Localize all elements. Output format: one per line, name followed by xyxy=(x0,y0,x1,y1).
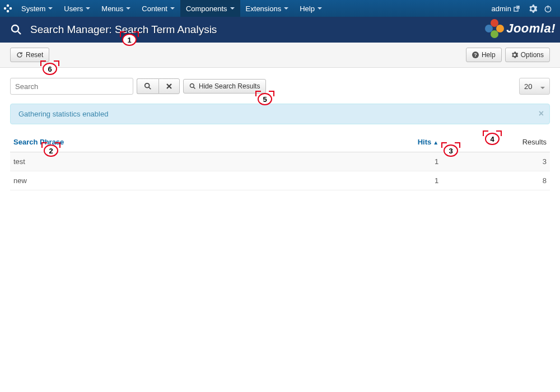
settings-icon[interactable] xyxy=(525,4,540,13)
system-message: Gathering statistics enabled × xyxy=(10,104,550,124)
external-link-icon xyxy=(514,6,520,12)
close-message-button[interactable]: × xyxy=(539,109,544,119)
logout-icon[interactable] xyxy=(540,4,556,13)
options-button[interactable]: Options xyxy=(505,48,550,62)
question-icon: ? xyxy=(472,52,479,58)
cell-phrase: new xyxy=(10,171,345,190)
clear-search-button[interactable] xyxy=(158,78,180,94)
svg-point-3 xyxy=(4,7,6,10)
gear-icon xyxy=(511,52,518,58)
search-button[interactable] xyxy=(137,78,158,94)
menu-content[interactable]: Content xyxy=(136,0,180,17)
admin-label: admin xyxy=(492,4,511,13)
svg-point-2 xyxy=(7,10,9,12)
cell-hits: 1 xyxy=(345,171,442,190)
chevron-down-icon xyxy=(230,7,235,10)
search-terms-table: Search Phrase Hits▲ Results test13new18 xyxy=(10,132,550,190)
chevron-down-icon xyxy=(318,7,322,10)
svg-text:?: ? xyxy=(474,52,477,58)
sort-asc-icon: ▲ xyxy=(433,139,438,146)
joomla-icon[interactable] xyxy=(0,4,16,13)
close-icon xyxy=(166,83,172,90)
table-row: new18 xyxy=(10,171,550,190)
chevron-down-icon xyxy=(284,7,288,10)
hide-results-button[interactable]: Hide Search Results xyxy=(183,79,266,94)
chevron-down-icon xyxy=(126,7,130,10)
cell-hits: 1 xyxy=(345,152,442,171)
svg-point-6 xyxy=(12,25,18,32)
menu-components[interactable]: Components xyxy=(180,0,240,17)
chevron-down-icon xyxy=(540,82,545,91)
svg-point-0 xyxy=(7,4,9,7)
cell-results: 3 xyxy=(442,152,550,171)
menu-users[interactable]: Users xyxy=(58,0,96,17)
search-icon xyxy=(189,83,196,90)
page-title-bar: Search Manager: Search Term Analysis Joo… xyxy=(0,17,560,43)
refresh-icon xyxy=(16,52,23,58)
action-toolbar: Reset ? Help Options xyxy=(0,43,560,68)
svg-point-1 xyxy=(10,7,12,10)
col-header-phrase[interactable]: Search Phrase xyxy=(13,138,64,146)
chevron-down-icon xyxy=(170,7,175,10)
message-text: Gathering statistics enabled xyxy=(18,110,108,118)
reset-button[interactable]: Reset xyxy=(10,48,49,62)
col-header-results: Results xyxy=(522,138,547,146)
joomla-logo: Joomla! xyxy=(485,19,556,38)
top-menu: SystemUsersMenusContentComponentsExtensi… xyxy=(16,0,328,17)
col-header-hits[interactable]: Hits▲ xyxy=(418,138,438,146)
chevron-down-icon xyxy=(86,7,90,10)
filter-bar: Hide Search Results 20 xyxy=(0,68,560,100)
search-input[interactable] xyxy=(10,78,133,95)
list-limit-select[interactable]: 20 xyxy=(519,78,550,95)
chevron-down-icon xyxy=(48,7,53,10)
svg-point-10 xyxy=(190,84,194,88)
admin-top-nav: SystemUsersMenusContentComponentsExtensi… xyxy=(0,0,560,17)
cell-phrase: test xyxy=(10,152,345,171)
menu-help[interactable]: Help xyxy=(294,0,328,17)
search-icon xyxy=(144,82,152,90)
help-button[interactable]: ? Help xyxy=(466,48,502,62)
user-menu[interactable]: admin xyxy=(486,4,525,13)
search-icon xyxy=(10,24,22,36)
menu-extensions[interactable]: Extensions xyxy=(240,0,295,17)
menu-menus[interactable]: Menus xyxy=(96,0,136,17)
svg-point-9 xyxy=(145,83,150,88)
page-title: Search Manager: Search Term Analysis xyxy=(30,24,217,36)
table-row: test13 xyxy=(10,152,550,171)
menu-system[interactable]: System xyxy=(16,0,58,17)
cell-results: 8 xyxy=(442,171,550,190)
